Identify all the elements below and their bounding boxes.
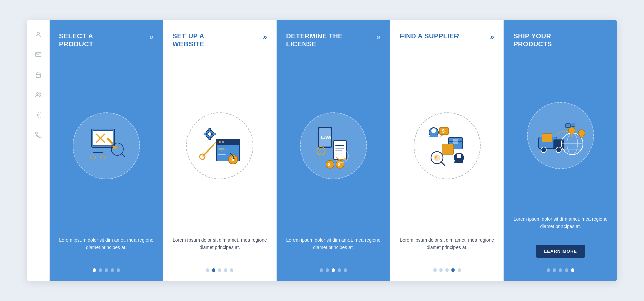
dot-4-5 [458,268,461,272]
panel-5-illustration [513,59,608,212]
panel-find-supplier: FIND A SUPPLIER » $ [390,20,504,281]
sidebar [27,20,50,281]
panel-5-header: SHIP YOUR PRODUCTS [513,32,608,55]
dot-2-2 [212,268,215,272]
dot-3-3 [332,268,335,272]
dot-1-5 [117,268,120,272]
dot-3-5 [344,268,347,272]
svg-rect-83 [571,123,575,126]
panel-1-header: SELECT A PRODUCT » [59,32,154,55]
svg-text:$: $ [442,128,445,134]
dot-5-5 [571,268,574,272]
svg-point-4 [39,93,41,94]
svg-point-26 [200,154,205,159]
panel-4-illustration: $ [400,59,494,233]
svg-rect-22 [209,128,211,131]
dot-3-2 [326,268,329,272]
panel-3-dots [286,268,381,272]
dot-5-1 [547,268,550,272]
message-icon[interactable] [33,49,44,60]
dot-3-1 [320,268,323,272]
svg-point-72 [556,147,561,153]
phone-icon[interactable] [33,130,44,140]
panel-2-title: SET UP A WEBSITE [173,32,233,48]
home-icon[interactable] [33,69,44,80]
dot-1-2 [99,268,102,272]
panel-3-chevron: » [377,33,381,41]
panel-4-dots [400,268,494,272]
panel-3-illustration: LAW © $ [286,59,381,233]
svg-line-66 [441,162,445,165]
settings-icon[interactable] [33,110,44,120]
svg-point-5 [37,114,39,116]
svg-rect-60 [453,139,458,144]
panel-4-title: FIND A SUPPLIER [400,32,459,40]
svg-rect-23 [209,137,211,140]
panels-container: SELECT A PRODUCT » [50,20,617,281]
panel-3-header: DETERMINE THE LICENSE » [286,32,381,55]
panel-1-dots [59,268,154,272]
people-icon[interactable] [33,89,44,100]
dot-1-3 [105,268,108,272]
svg-point-21 [208,132,212,136]
svg-rect-61 [442,144,454,154]
dot-5-3 [559,268,562,272]
svg-point-30 [222,141,224,143]
svg-text:$: $ [435,155,438,160]
dot-2-5 [230,268,233,272]
panel-5-circle [527,102,594,169]
svg-point-71 [541,147,546,153]
panel-1-desc: Lorem ipsum dolor sit dim amet, mea regi… [59,236,154,263]
dot-5-4 [565,268,568,272]
dot-1-1 [93,268,96,272]
panel-5-bottom: Lorem ipsum dolor sit dim amet, mea regi… [513,215,608,272]
panel-2-circle: </> $ [186,112,253,179]
svg-rect-2 [36,74,40,77]
panel-1-title: SELECT A PRODUCT [59,32,119,48]
panel-ship-products: SHIP YOUR PRODUCTS [503,20,617,281]
svg-text:$: $ [328,162,331,167]
svg-rect-85 [580,136,583,138]
dot-4-3 [445,268,449,272]
svg-point-55 [431,128,436,133]
panel-select-product: SELECT A PRODUCT » [50,20,163,281]
dot-4-1 [433,268,437,272]
dot-3-4 [338,268,341,272]
panel-determine-license: DETERMINE THE LICENSE » LAW © [276,20,390,281]
panel-2-dots [173,268,267,272]
dot-4-4 [451,268,455,272]
svg-point-84 [578,130,585,136]
svg-rect-24 [204,133,207,135]
dot-2-1 [206,268,209,272]
panel-1-chevron: » [149,33,153,41]
svg-text:LAW: LAW [321,135,332,140]
user-icon[interactable] [33,29,44,40]
main-container: SELECT A PRODUCT » [27,20,617,281]
dot-1-4 [111,268,114,272]
learn-more-button[interactable]: LEARN MORE [536,245,585,258]
panel-3-title: DETERMINE THE LICENSE [286,32,346,48]
dot-5-2 [553,268,556,272]
panel-3-circle: LAW © $ [300,112,367,179]
panel-4-chevron: » [490,33,494,41]
panel-1-illustration [59,59,154,233]
panel-3-desc: Lorem ipsum dolor sit dim amet, mea regi… [286,236,381,263]
panel-2-desc: Lorem ipsum dolor sit dim amet, mea regi… [173,236,267,263]
svg-point-0 [37,32,39,35]
panel-4-circle: $ [414,112,481,179]
panel-5-dots [547,268,574,272]
svg-rect-18 [113,146,117,148]
panel-2-illustration: </> $ [173,59,267,233]
dot-2-4 [224,268,227,272]
svg-point-29 [219,141,221,143]
panel-5-title: SHIP YOUR PRODUCTS [513,32,574,48]
panel-set-website: SET UP A WEBSITE » [163,20,277,281]
panel-5-desc: Lorem ipsum dolor sit dim amet, mea regi… [513,215,608,242]
svg-rect-7 [93,131,113,146]
panel-4-desc: Lorem ipsum dolor sit dim amet, mea regi… [400,236,494,263]
panel-1-circle [73,112,140,179]
svg-text:©: © [319,148,322,154]
svg-point-64 [457,154,461,158]
svg-rect-25 [213,133,215,135]
dot-4-2 [439,268,443,272]
